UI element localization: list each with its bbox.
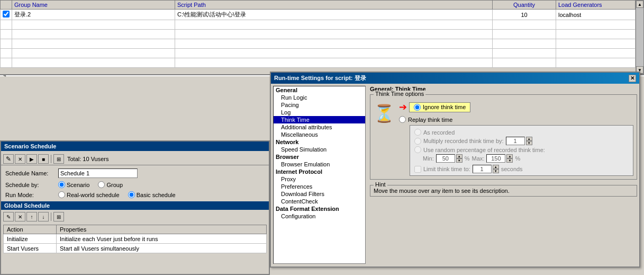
table-row-empty-1 xyxy=(1,20,644,30)
table-row-empty-4 xyxy=(1,49,644,58)
action-table: Action Properties Initialize Initialize … xyxy=(3,225,267,253)
replay-think-time-radio[interactable] xyxy=(399,116,406,123)
tree-item-misc[interactable]: Miscellaneous xyxy=(274,131,365,138)
action-cell-2: Start Vusers xyxy=(4,244,57,253)
percent-min-label: % xyxy=(465,155,470,162)
ignore-think-time-label: Ignore think time xyxy=(423,104,466,110)
run-mode-basic[interactable]: Basic schedule xyxy=(128,191,176,198)
tree-item-data-format[interactable]: Data Format Extension xyxy=(274,205,365,212)
replay-think-time-label: Replay think time xyxy=(408,117,452,123)
min-spin-up[interactable]: ▲ xyxy=(456,154,462,158)
gs-toolbar-btn-3[interactable]: ↑ xyxy=(26,212,37,221)
gs-toolbar-btn-5[interactable]: ⊞ xyxy=(53,212,64,221)
tree-item-configuration[interactable]: Configuration xyxy=(274,212,365,220)
max-spin-up[interactable]: ▲ xyxy=(506,154,513,158)
tree-item-pacing[interactable]: Pacing xyxy=(274,101,365,109)
schedule-by-scenario[interactable]: Scenario xyxy=(58,181,89,188)
scenario-table-container: Group Name Script Path Quantity Load Gen… xyxy=(0,0,644,74)
think-time-options: ➔ Ignore think time Replay think time xyxy=(399,101,633,176)
tree-item-think-time[interactable]: Think Time xyxy=(274,116,365,123)
tree-item-content-check[interactable]: ContentCheck xyxy=(274,198,365,205)
limit-spin-down[interactable]: ▼ xyxy=(493,169,499,173)
toolbar-icon-3[interactable]: ▶ xyxy=(26,154,37,164)
total-vusers: Total: 10 Vusers xyxy=(67,156,108,162)
gs-toolbar-btn-1[interactable]: ✎ xyxy=(3,212,14,221)
content-panel: General: Think Time Think Time options ⏳… xyxy=(368,84,639,266)
think-time-content: ⏳ ➔ Ignore think time xyxy=(374,98,633,176)
tree-item-internet-protocol[interactable]: Internet Protocol xyxy=(274,168,365,175)
action-row-start[interactable]: Start Vusers Start all Vusers simultaneo… xyxy=(4,244,267,253)
limit-spinner: ▲ ▼ xyxy=(473,165,499,173)
schedule-by-group-label: Group xyxy=(106,182,123,188)
scroll-up-btn[interactable]: ▲ xyxy=(636,1,643,8)
tree-item-browser-emulation[interactable]: Browser Emulation xyxy=(274,161,365,168)
hint-box: Hint Move the mouse over any item to see… xyxy=(370,185,637,197)
row-checkbox-cell[interactable] xyxy=(1,10,12,20)
toolbar-icon-4[interactable]: ■ xyxy=(38,154,49,164)
table-row[interactable]: 登录.2 C:\性能测试\活动中心\登录 10 localhost xyxy=(1,10,644,20)
ignore-think-time-radio[interactable] xyxy=(414,104,421,111)
multiply-spinner-btns: ▲ ▼ xyxy=(526,137,532,145)
action-row-initialize[interactable]: Initialize Initialize each Vuser just be… xyxy=(4,234,267,244)
limit-spin-up[interactable]: ▲ xyxy=(493,165,499,169)
schedule-name-input[interactable] xyxy=(58,168,138,178)
max-label: Max: xyxy=(472,155,485,162)
dialog-close-btn[interactable]: ✕ xyxy=(629,75,636,82)
schedule-by-label: Schedule by: xyxy=(5,182,58,188)
cell-group-name: 登录.2 xyxy=(12,10,175,20)
limit-input[interactable] xyxy=(473,165,492,173)
multiply-input[interactable] xyxy=(506,137,525,145)
toolbar-icon-5[interactable]: ⊞ xyxy=(53,154,64,164)
run-mode-realworld-radio[interactable] xyxy=(58,191,65,198)
tree-item-speed[interactable]: Speed Simulation xyxy=(274,146,365,153)
schedule-by-group-radio[interactable] xyxy=(98,181,105,188)
schedule-by-group[interactable]: Group xyxy=(98,181,123,188)
tree-panel: General Run Logic Pacing Log Think Time … xyxy=(273,86,366,264)
toolbar-icon-1[interactable]: ✎ xyxy=(3,154,14,164)
limit-checkbox[interactable] xyxy=(414,166,421,173)
cell-quantity: 10 xyxy=(493,10,556,20)
row-checkbox[interactable] xyxy=(3,11,10,17)
as-recorded-radio[interactable] xyxy=(414,129,421,136)
min-spinner-btns: ▲ ▼ xyxy=(456,154,462,163)
multiply-radio[interactable] xyxy=(414,138,421,145)
tree-item-browser[interactable]: Browser xyxy=(274,153,365,161)
runtime-settings-dialog: Run-time Settings for script: 登录 ✕ Gener… xyxy=(270,72,640,268)
schedule-by-scenario-radio[interactable] xyxy=(58,181,65,188)
min-spin-down[interactable]: ▼ xyxy=(456,158,462,163)
multiply-spinner: ▲ ▼ xyxy=(506,137,532,145)
scenario-panel-title: Scenario Schedule xyxy=(1,141,269,151)
run-mode-realworld[interactable]: Real-world schedule xyxy=(58,191,120,198)
random-radio[interactable] xyxy=(414,146,421,153)
min-input[interactable] xyxy=(436,154,455,163)
as-recorded-opt: As recorded xyxy=(414,129,629,136)
run-mode-label: Run Mode: xyxy=(5,192,58,198)
tree-item-download-filters[interactable]: Download Filters xyxy=(274,190,365,198)
toolbar-icon-2[interactable]: ✕ xyxy=(15,154,25,164)
as-recorded-label: As recorded xyxy=(423,129,455,136)
tree-item-network[interactable]: Network xyxy=(274,138,365,146)
tree-item-additional[interactable]: Additional attributes xyxy=(274,123,365,131)
limit-label: Limit think time to: xyxy=(423,166,470,172)
table-scrollbar[interactable]: ▲ ▼ xyxy=(636,0,644,74)
schedule-name-label: Schedule Name: xyxy=(5,170,58,176)
scenario-toolbar: ✎ ✕ ▶ ■ ⊞ Total: 10 Vusers xyxy=(1,153,269,165)
tree-item-run-logic[interactable]: Run Logic xyxy=(274,94,365,101)
tree-item-log[interactable]: Log xyxy=(274,109,365,116)
hint-title: Hint xyxy=(374,181,387,188)
multiply-spin-down[interactable]: ▼ xyxy=(526,141,532,145)
max-input[interactable] xyxy=(486,154,505,163)
gs-toolbar-btn-4[interactable]: ↓ xyxy=(38,212,49,221)
multiply-label: Multiply recorded think time by: xyxy=(423,138,504,144)
tree-item-general[interactable]: General xyxy=(274,86,365,94)
limit-spinner-btns: ▲ ▼ xyxy=(493,165,499,173)
gs-toolbar-btn-2[interactable]: ✕ xyxy=(15,212,25,221)
multiply-spin-up[interactable]: ▲ xyxy=(526,137,532,141)
col-header-quantity: Quantity xyxy=(493,1,556,10)
tree-item-preferences[interactable]: Preferences xyxy=(274,183,365,190)
max-spin-down[interactable]: ▼ xyxy=(506,158,513,163)
tree-item-proxy[interactable]: Proxy xyxy=(274,175,365,183)
limit-row: Limit think time to: ▲ ▼ seconds xyxy=(414,165,629,173)
run-mode-basic-radio[interactable] xyxy=(128,191,135,198)
global-schedule-toolbar: ✎ ✕ ↑ ↓ ⊞ xyxy=(1,211,269,223)
